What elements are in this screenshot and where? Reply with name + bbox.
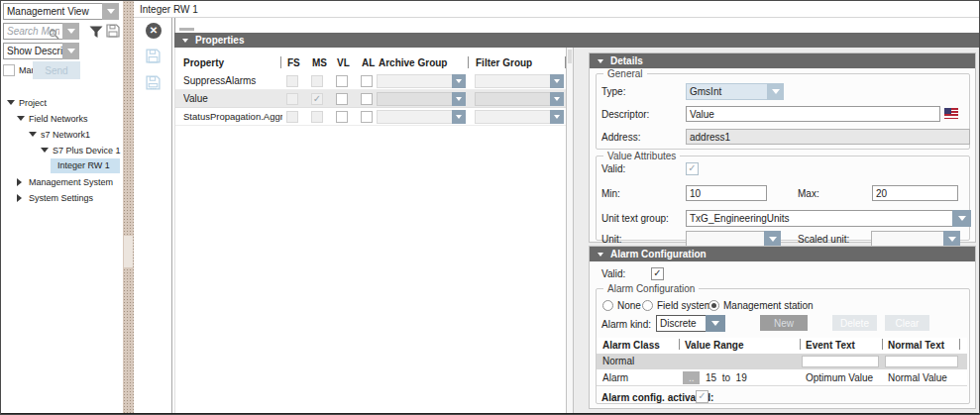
save-as-icon[interactable] (146, 75, 161, 94)
alarm-kind-dropdown[interactable]: Discrete (656, 315, 725, 332)
close-button[interactable]: ✕ (146, 23, 162, 39)
alarm-panel-header[interactable]: Alarm Configuration (590, 247, 975, 261)
chevron-down-icon[interactable] (764, 231, 781, 247)
property-row-statuspropagation[interactable]: StatusPropagation.Aggregat (175, 108, 567, 126)
save-filter-icon[interactable] (106, 24, 120, 42)
collapse-icon[interactable] (598, 59, 603, 63)
mar-checkbox[interactable] (3, 64, 15, 76)
chevron-down-icon[interactable] (550, 110, 564, 124)
description-selector-dropdown[interactable]: Show Description (3, 43, 79, 59)
new-button[interactable]: New (760, 315, 808, 331)
tree-item-label[interactable]: Management System (29, 177, 113, 187)
unit-dropdown[interactable] (686, 231, 781, 247)
tree-item-label[interactable]: System Settings (29, 193, 93, 203)
tree-item-label[interactable]: Project (19, 98, 47, 108)
clear-button[interactable]: Clear (885, 315, 929, 331)
radio-field-system-label[interactable]: Field system (657, 300, 712, 311)
tree-item-project[interactable]: Project (1, 95, 123, 110)
splitter-handle[interactable] (124, 236, 133, 267)
radio-management-station[interactable] (708, 300, 719, 311)
tree-item-s7-network[interactable]: s7 Network1 (1, 127, 123, 142)
alarm-valid-checkbox[interactable] (651, 267, 664, 280)
delete-button[interactable]: Delete (832, 315, 877, 331)
event-text-cell[interactable] (802, 356, 879, 367)
radio-none[interactable] (602, 300, 613, 311)
expander-down-icon[interactable] (17, 116, 25, 121)
language-flag-icon[interactable] (944, 108, 958, 119)
filter-group-dropdown[interactable] (475, 74, 564, 88)
expander-right-icon[interactable] (17, 194, 22, 202)
chevron-down-icon[interactable] (452, 110, 466, 124)
tree-item-management-system[interactable]: Management System (1, 174, 123, 189)
chevron-down-icon[interactable] (767, 83, 784, 100)
archive-group-dropdown[interactable] (377, 92, 466, 106)
min-input[interactable] (686, 185, 767, 201)
tree-item-s7-plus-device[interactable]: S7 Plus Device 1 (1, 143, 123, 157)
unit-text-group-dropdown[interactable]: TxG_EngineeringUnits (686, 210, 971, 227)
tab-integer-rw[interactable]: Integer RW 1 (140, 4, 198, 15)
alarm-activated-checkbox[interactable] (696, 390, 708, 403)
send-button[interactable]: Send (33, 61, 80, 79)
details-panel-header[interactable]: Details (590, 53, 975, 68)
vl-checkbox[interactable] (336, 111, 348, 123)
filter-group-dropdown[interactable] (475, 92, 564, 106)
property-row-value[interactable]: Value (175, 90, 567, 108)
chevron-down-icon[interactable] (62, 23, 79, 40)
filter-icon[interactable] (89, 25, 103, 43)
scaled-unit-dropdown[interactable] (871, 231, 960, 247)
tree-item-label[interactable]: Integer RW 1 (57, 160, 110, 170)
vl-checkbox[interactable] (336, 75, 348, 87)
chevron-down-icon[interactable] (62, 43, 79, 59)
al-checkbox[interactable] (361, 75, 373, 87)
alarm-row-alarm[interactable]: Alarm .. 15 to 19 Optimum Value Normal V… (597, 370, 967, 386)
properties-panel-header[interactable]: Properties (174, 33, 979, 48)
horizontal-scrollbar-thumb[interactable] (179, 28, 194, 31)
vl-checkbox[interactable] (336, 93, 348, 105)
alarm-row-normal[interactable]: Normal (597, 354, 967, 369)
archive-group-dropdown[interactable] (377, 110, 466, 124)
al-checkbox[interactable] (361, 93, 373, 105)
address-input[interactable] (686, 129, 970, 145)
chevron-down-icon[interactable] (452, 92, 466, 106)
descriptor-input[interactable] (686, 106, 940, 122)
expander-down-icon[interactable] (41, 148, 49, 153)
chevron-down-icon[interactable] (452, 74, 466, 88)
tree-item-label[interactable]: Field Networks (29, 114, 88, 124)
max-input[interactable] (872, 185, 958, 201)
chevron-down-icon[interactable] (706, 315, 725, 332)
valid-checkbox[interactable] (686, 162, 699, 175)
al-checkbox[interactable] (361, 111, 373, 123)
scrollbar-thumb[interactable] (568, 50, 572, 63)
filter-group-dropdown[interactable] (475, 110, 564, 124)
range-ellipsis-button[interactable]: .. (683, 371, 700, 384)
expander-down-icon[interactable] (29, 132, 37, 137)
search-box[interactable] (3, 23, 79, 40)
tree-item-field-networks[interactable]: Field Networks (1, 111, 123, 126)
save-icon[interactable] (146, 49, 161, 67)
radio-none-label[interactable]: None (617, 300, 641, 311)
archive-group-dropdown[interactable] (377, 74, 466, 88)
collapse-icon[interactable] (182, 39, 188, 43)
view-selector-dropdown[interactable]: Management View (3, 3, 119, 20)
chevron-down-icon[interactable] (550, 74, 564, 88)
vertical-scrollbar[interactable] (566, 48, 574, 415)
chevron-down-icon[interactable] (102, 3, 119, 20)
collapse-icon[interactable] (598, 253, 603, 257)
expander-right-icon[interactable] (17, 178, 22, 186)
radio-field-system[interactable] (642, 300, 653, 311)
tree-item-system-settings[interactable]: System Settings (1, 190, 123, 205)
chevron-down-icon[interactable] (550, 92, 564, 106)
property-row-suppressalarms[interactable]: SuppressAlarms (175, 72, 567, 90)
chevron-down-icon[interactable] (943, 231, 960, 247)
tree-item-label[interactable]: s7 Network1 (41, 130, 90, 140)
tree-item-integer-rw-selected[interactable]: Integer RW 1 (51, 158, 120, 173)
alarm-configuration-panel: Alarm Configuration Valid: Alarm Configu… (589, 246, 976, 409)
chevron-down-icon[interactable] (952, 210, 971, 227)
normal-text-cell[interactable] (885, 356, 958, 367)
alarm-kind-value: Discrete (656, 315, 706, 332)
expander-down-icon[interactable] (7, 100, 15, 105)
radio-management-station-label[interactable]: Management station (723, 300, 814, 311)
type-dropdown[interactable]: GmsInt (686, 83, 784, 100)
vertical-splitter[interactable] (123, 1, 134, 415)
tree-item-label[interactable]: S7 Plus Device 1 (53, 146, 121, 156)
